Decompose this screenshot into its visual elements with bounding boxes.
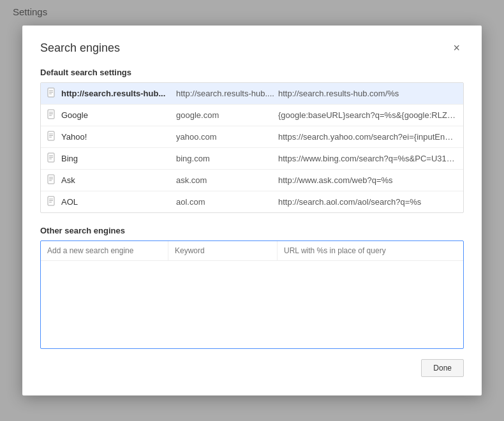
doc-icon xyxy=(47,109,56,121)
other-section-title: Other search engines xyxy=(40,226,464,235)
doc-icon xyxy=(47,196,56,208)
modal-header: Search engines × xyxy=(40,41,464,55)
modal-overlay: Search engines × Default search settings… xyxy=(0,0,504,421)
engine-keyword: aol.com xyxy=(176,197,278,207)
table-row[interactable]: http://search.results-hub...http://searc… xyxy=(41,83,463,105)
empty-engines-area xyxy=(41,261,463,344)
table-row[interactable]: Bingbing.comhttps://www.bing.com/search?… xyxy=(41,148,463,170)
table-row[interactable]: AOLaol.comhttp://search.aol.com/aol/sear… xyxy=(41,191,463,212)
engine-keyword: bing.com xyxy=(176,154,278,163)
engine-url: {google:baseURL}search?q=%s&{google:RLZ}… xyxy=(278,110,457,120)
modal-footer: Done xyxy=(40,359,464,377)
add-engine-url-input[interactable] xyxy=(278,241,463,260)
doc-icon xyxy=(47,174,56,186)
add-engine-row xyxy=(41,241,463,261)
engine-name: Ask xyxy=(61,175,176,185)
engine-url: http://www.ask.com/web?q=%s xyxy=(278,175,457,185)
default-section-title: Default search settings xyxy=(40,68,464,77)
engine-keyword: ask.com xyxy=(176,175,278,185)
engine-name: http://search.results-hub... xyxy=(61,89,176,98)
doc-icon xyxy=(47,152,56,165)
table-row[interactable]: Askask.comhttp://www.ask.com/web?q=%s xyxy=(41,170,463,191)
other-engines-container xyxy=(40,240,464,349)
search-engines-modal: Search engines × Default search settings… xyxy=(22,26,482,395)
engine-name: Bing xyxy=(61,154,176,163)
engine-keyword: yahoo.com xyxy=(176,132,278,142)
table-row[interactable]: Googlegoogle.com{google:baseURL}search?q… xyxy=(41,105,463,126)
engine-url: https://www.bing.com/search?q=%s&PC=U316… xyxy=(278,154,457,163)
doc-icon xyxy=(47,131,56,143)
engine-url: http://search.results-hub.com/%s xyxy=(278,89,457,98)
engine-url: https://search.yahoo.com/search?ei={inpu… xyxy=(278,132,457,142)
modal-title: Search engines xyxy=(40,41,120,55)
add-engine-name-input[interactable] xyxy=(41,241,168,260)
engine-name: Google xyxy=(61,110,176,120)
done-button[interactable]: Done xyxy=(421,359,464,377)
close-button[interactable]: × xyxy=(449,41,464,55)
doc-icon xyxy=(47,87,56,100)
table-row[interactable]: Yahoo!yahoo.comhttps://search.yahoo.com/… xyxy=(41,126,463,148)
engine-name: Yahoo! xyxy=(61,132,176,142)
engine-name: AOL xyxy=(61,197,176,207)
add-engine-keyword-input[interactable] xyxy=(168,241,278,260)
engine-keyword: http://search.results-hub.... xyxy=(176,89,278,98)
engine-url: http://search.aol.com/aol/search?q=%s xyxy=(278,197,457,207)
default-search-table: http://search.results-hub...http://searc… xyxy=(40,82,464,213)
engine-keyword: google.com xyxy=(176,110,278,120)
